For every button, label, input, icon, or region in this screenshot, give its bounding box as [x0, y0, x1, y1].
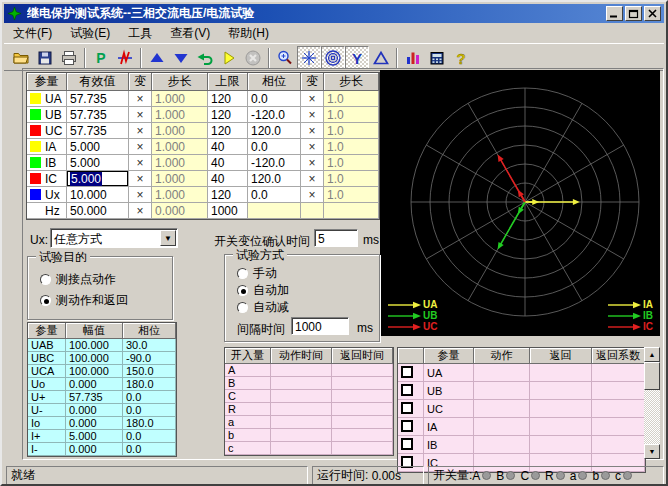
- reset-button[interactable]: [193, 46, 217, 69]
- test-mode-option-radio-2[interactable]: [237, 302, 248, 313]
- value-edit-field[interactable]: 5.000: [67, 171, 128, 186]
- switch-row-cell[interactable]: [271, 403, 332, 416]
- value-cell[interactable]: 10.000: [67, 187, 129, 203]
- limit-cell[interactable]: 120: [208, 91, 248, 107]
- vary-toggle-cell[interactable]: ×: [129, 91, 152, 107]
- result-row-cell[interactable]: [592, 382, 645, 400]
- result-checkbox[interactable]: [401, 402, 413, 414]
- phase-cell[interactable]: 0.0: [248, 139, 301, 155]
- phase-cell[interactable]: 120.0: [248, 171, 301, 187]
- menu-item-3[interactable]: 查看(V): [161, 23, 219, 44]
- result-row-cell[interactable]: [530, 418, 592, 436]
- derived-row-cell[interactable]: 100.000: [66, 365, 123, 378]
- step-cell[interactable]: [324, 203, 379, 219]
- switch-row-cell[interactable]: [271, 390, 332, 403]
- step-cell[interactable]: 1.0: [324, 123, 379, 139]
- derived-row-cell[interactable]: 180.0: [123, 378, 176, 391]
- vary-toggle-cell[interactable]: ×: [129, 187, 152, 203]
- limit-cell[interactable]: 40: [208, 171, 248, 187]
- switch-row-cell[interactable]: [271, 442, 332, 455]
- switch-row-cell[interactable]: [332, 390, 393, 403]
- value-cell[interactable]: 50.000: [67, 203, 129, 219]
- result-row-cell[interactable]: [592, 418, 645, 436]
- result-row-cell[interactable]: [474, 400, 530, 418]
- delta-button[interactable]: [369, 46, 393, 69]
- phase-cell[interactable]: 0.0: [248, 91, 301, 107]
- value-cell[interactable]: 5.000: [67, 139, 129, 155]
- save-button[interactable]: [33, 46, 57, 69]
- increase-button[interactable]: [145, 46, 169, 69]
- result-row-cell[interactable]: [530, 400, 592, 418]
- switch-row-cell[interactable]: [332, 377, 393, 390]
- value-cell[interactable]: 57.735: [67, 123, 129, 139]
- derived-row-cell[interactable]: 150.0: [123, 365, 176, 378]
- phase-cell[interactable]: 120.0: [248, 123, 301, 139]
- result-row-cell[interactable]: UB: [424, 382, 474, 400]
- derived-row-cell[interactable]: 0.0: [123, 391, 176, 404]
- result-row-cell[interactable]: [530, 382, 592, 400]
- vary-toggle-cell[interactable]: ×: [301, 123, 324, 139]
- vary-toggle-cell[interactable]: [301, 203, 324, 219]
- result-row-cell[interactable]: UC: [424, 400, 474, 418]
- vary-toggle-cell[interactable]: ×: [301, 187, 324, 203]
- step-cell[interactable]: 1.000: [152, 171, 208, 187]
- limit-cell[interactable]: 40: [208, 139, 248, 155]
- vary-toggle-cell[interactable]: ×: [129, 107, 152, 123]
- result-checkbox[interactable]: [401, 366, 413, 378]
- test-purpose-option-radio-0[interactable]: [40, 274, 51, 285]
- limit-cell[interactable]: 120: [208, 187, 248, 203]
- derived-row-cell[interactable]: 57.735: [66, 391, 123, 404]
- switch-row-cell[interactable]: [332, 416, 393, 429]
- scroll-up-button[interactable]: ▲: [644, 347, 660, 362]
- derived-row-cell[interactable]: -90.0: [123, 352, 176, 365]
- switch-row-cell[interactable]: [332, 429, 393, 442]
- maximize-button[interactable]: [625, 6, 642, 21]
- vary-toggle-cell[interactable]: ×: [301, 91, 324, 107]
- test-mode-option-0[interactable]: 手动: [237, 265, 277, 282]
- step-cell[interactable]: 1.000: [152, 155, 208, 171]
- result-row-cell[interactable]: [474, 436, 530, 454]
- result-row-cell[interactable]: [530, 364, 592, 382]
- ux-mode-dropdown-button[interactable]: ▼: [160, 230, 176, 246]
- minimize-button[interactable]: [606, 6, 623, 21]
- step-cell[interactable]: 0.000: [152, 203, 208, 219]
- result-row-cell[interactable]: [474, 364, 530, 382]
- result-row-cell[interactable]: [474, 418, 530, 436]
- vary-toggle-cell[interactable]: ×: [301, 139, 324, 155]
- test-purpose-option-1[interactable]: 测动作和返回: [40, 292, 128, 309]
- phase-cell[interactable]: [248, 203, 301, 219]
- menu-item-4[interactable]: 帮助(H): [219, 23, 278, 44]
- test-mode-option-1[interactable]: 自动加: [237, 282, 289, 299]
- result-row-cell[interactable]: [592, 436, 645, 454]
- vary-toggle-cell[interactable]: ×: [301, 155, 324, 171]
- bar-chart-button[interactable]: [401, 46, 425, 69]
- derived-row-cell[interactable]: 0.0: [123, 404, 176, 417]
- limit-cell[interactable]: 120: [208, 107, 248, 123]
- value-cell[interactable]: 5.000: [67, 155, 129, 171]
- phase-cell[interactable]: 0.0: [248, 187, 301, 203]
- result-row-cell[interactable]: [592, 364, 645, 382]
- open-file-button[interactable]: [9, 46, 33, 69]
- scroll-down-button[interactable]: ▼: [644, 444, 660, 459]
- derived-row-cell[interactable]: 100.000: [66, 352, 123, 365]
- derived-row-cell[interactable]: 0.000: [66, 378, 123, 391]
- menu-item-1[interactable]: 试验(E): [61, 23, 119, 44]
- parameter-button[interactable]: P: [89, 46, 113, 69]
- switch-row-cell[interactable]: [271, 416, 332, 429]
- stop-button[interactable]: [241, 46, 265, 69]
- result-row-cell[interactable]: IB: [424, 436, 474, 454]
- vary-toggle-cell[interactable]: ×: [129, 171, 152, 187]
- switch-row-cell[interactable]: [271, 364, 332, 377]
- decrease-button[interactable]: [169, 46, 193, 69]
- limit-cell[interactable]: 1000: [208, 203, 248, 219]
- test-mode-option-radio-0[interactable]: [237, 268, 248, 279]
- step-cell[interactable]: 1.0: [324, 91, 379, 107]
- menu-item-0[interactable]: 文件(F): [4, 23, 61, 44]
- value-cell[interactable]: 57.735: [67, 91, 129, 107]
- step-cell[interactable]: 1.0: [324, 139, 379, 155]
- print-button[interactable]: [57, 46, 81, 69]
- result-checkbox[interactable]: [401, 438, 413, 450]
- step-cell[interactable]: 1.000: [152, 107, 208, 123]
- value-cell[interactable]: 5.000: [67, 171, 129, 187]
- derived-row-cell[interactable]: 0.000: [66, 443, 123, 456]
